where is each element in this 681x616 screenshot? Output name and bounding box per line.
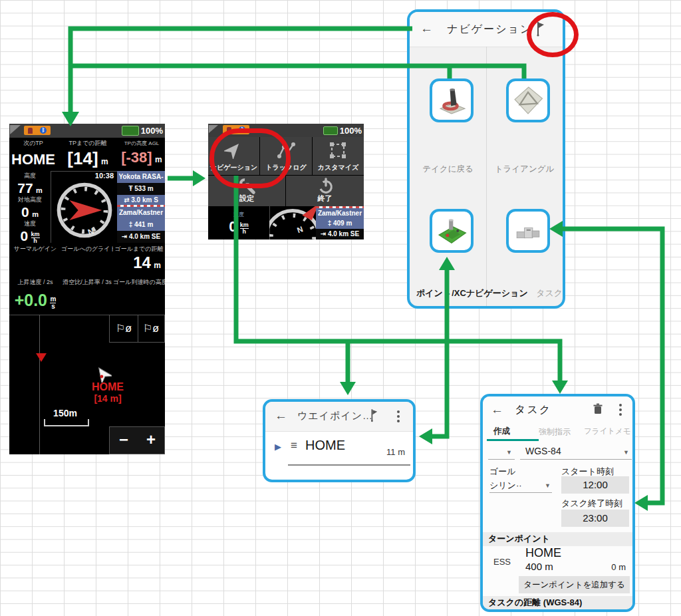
footer-tab-task[interactable]: タスク [536,288,563,298]
waypoint-flag-icon[interactable] [369,408,378,422]
compass-needle [69,200,102,220]
xc-field-icon [436,216,467,246]
task-panel-header: ← タスク [483,396,632,422]
battery-icon [122,126,139,136]
goal-type-value: シリン·· [489,480,522,492]
battery-percent: 100% [141,126,163,136]
background-instruments: 速度 0 kmh N Zama/Kastner ‡ 409 m ⇥ 4.0 km… [208,206,364,239]
nav-option-triangle[interactable] [506,78,550,122]
waypoint-info-column: Zama/Kastner ‡ 409 m ⇥ 4.0 km SE [316,206,364,239]
goal-arrival-alt-label: ゴール到達時の高度 [113,278,165,287]
datum-value: WGS-84 [525,446,561,456]
waypoint-name: HOME [305,438,345,453]
goal-type-dropdown[interactable]: シリン·· ▼ [489,478,552,493]
turnpoint-row[interactable]: ESS HOME 400 m 0 m [483,546,632,574]
play-icon[interactable]: ▶ [275,442,281,452]
nav-option-back-to-takeoff[interactable] [430,78,474,122]
small-dropdown[interactable]: ▼ [488,444,515,460]
footer-tab-point-xc[interactable]: ポイント/XCナビゲーション [416,288,528,298]
battery-percent: 100% [340,126,362,136]
kebab-menu-icon[interactable] [397,410,400,422]
nav-option-task[interactable] [506,209,550,253]
panel-footer: ポイント/XCナビゲーション タスク [416,287,563,299]
power-icon [317,178,335,195]
next-tp-label: 次のTP [9,139,57,148]
cursor-icon [209,125,218,133]
tp-distance-label: TPまでの距離 [57,139,118,148]
add-turnpoint-button[interactable]: ターンポイントを追加する [519,576,630,593]
menu-item-label: カスタマイズ [313,163,364,172]
glider-icon [94,365,112,383]
waypoint-info-row: Zama/Kastner [316,208,364,218]
map-zoom-in-button[interactable]: + [138,426,165,454]
nav-option-label: テイクに戻る [410,164,486,175]
track-line [39,315,40,454]
waypoint-info-row: ⇥ 4.0 km SE [316,229,364,239]
menu-item-customize[interactable]: カスタマイズ [313,137,364,175]
waypoint-info-row: ‡ 409 m [316,218,364,229]
back-icon[interactable]: ← [420,21,433,36]
column-divider [486,47,487,306]
glide-label: ゴールへのグライド [61,245,113,253]
chevron-down-icon: ▼ [506,449,512,456]
trash-icon[interactable] [593,403,603,415]
list-item-divider [288,464,410,466]
drag-handle-icon[interactable]: ≡ [291,439,297,452]
goal-distance-cell: ゴールまでの距離 14 m [113,243,165,277]
turnpoint-name: HOME [525,546,561,560]
back-icon[interactable]: ← [275,408,287,423]
compass-rose: N [269,206,316,239]
svg-text:N: N [296,224,304,234]
end-time-field[interactable]: 23:00 [561,510,629,527]
map-zoom-out-button[interactable]: − [109,426,138,454]
map-home-alt: [14 m] [74,393,141,404]
tab-flightmemo[interactable]: フライトメモ [584,426,631,436]
waypoint-info-row: Zama/Kastner [117,207,165,219]
map-home-label: HOME [74,381,141,393]
kebab-menu-icon[interactable] [619,404,622,416]
altitude-label: 高度 [9,172,51,180]
back-icon[interactable]: ← [491,402,503,417]
datum-dropdown[interactable]: WGS-84 ▼ [520,444,632,460]
goal-distance-value: 14 [133,253,151,271]
tab-force[interactable]: 強制指示 [539,426,571,438]
compass-fragment: N [269,206,316,239]
speed-value: 0 [20,228,28,243]
menu-item-exit[interactable]: 終了 [286,176,364,206]
waypoint-info-row: ⇥ 4.0 km SE [117,231,165,243]
waypoint-info-row: Ŧ 533 m [117,183,165,195]
tp-distance-value: [14] [67,148,98,168]
goal-distance-unit: m [154,261,161,270]
pilot-marker [36,353,47,362]
tp-altitude-value: [-38] [121,149,152,166]
nav-option-label: トライアングル [486,164,563,175]
compass-rose: N [53,179,116,241]
tp-distance-cell: TPまでの距離 [14] m [57,138,119,172]
waypoint-distance: 11 m [386,447,405,457]
map-scale-label: 150m [44,408,86,418]
waypoint-info-row: Yokota RASA- [117,171,165,183]
climb-unit-bottom: s [51,303,55,310]
flag-widget[interactable]: ⚐ø [138,315,165,343]
waypoint-info-column: Yokota RASA- Ŧ 533 m ⇄ 3.0 km S Zama/Kas… [117,171,165,243]
panel-title: ウエイポイン… [297,410,373,422]
tp-altitude-cell: TPの高度 AGL [-38] m [118,138,165,172]
altitude-cell: 高度 77 m [9,171,51,196]
panel-title: タスク [515,403,551,417]
goal-label: ゴール [489,466,516,478]
ground-alt-unit: m [32,210,39,218]
turnpoint-distance: 0 m [611,562,626,572]
speed-unit-bottom: h [243,228,247,235]
cursor-icon [10,125,21,134]
map-scale-bar [44,419,89,426]
nav-option-xc-waypoints[interactable] [430,209,474,253]
tab-create[interactable]: 作成 [493,426,510,437]
speed-label: 速度 [9,220,51,228]
route-label: 最短経路 [487,610,520,612]
start-time-field[interactable]: 12:00 [561,476,629,494]
tp-distance-unit: m [101,157,108,166]
speed-label: 速度 [208,211,269,218]
chevron-down-icon: ▼ [545,482,551,489]
waypoint-list-item[interactable]: ▶ ≡ HOME 11 m [265,431,413,466]
flag-widget[interactable]: ⚐ø [109,315,138,343]
